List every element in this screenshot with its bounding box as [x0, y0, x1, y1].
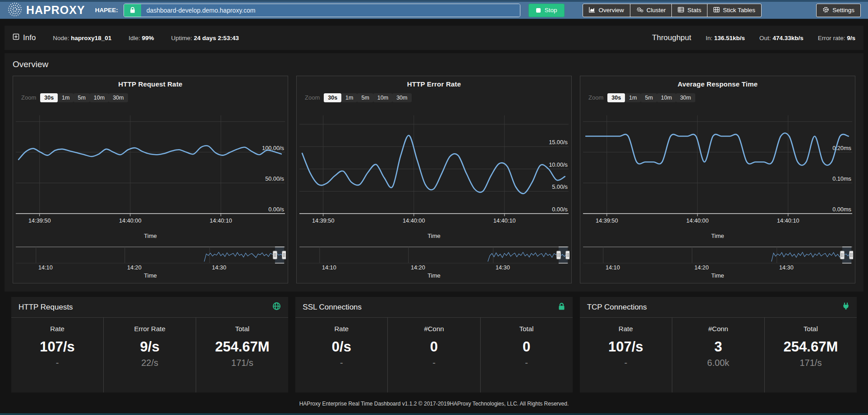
- svg-text:0.00ms: 0.00ms: [832, 206, 851, 213]
- chart-plot-area[interactable]: 0.00/s5.00/s10.00/s15.00/s14:39:5014:40:…: [299, 105, 569, 233]
- svg-text:0.00/s: 0.00/s: [552, 206, 568, 213]
- svg-text:14:39:50: 14:39:50: [596, 218, 618, 224]
- stop-button[interactable]: Stop: [528, 4, 565, 17]
- zoom-row: Zoom 30s1m5m10m30m: [15, 92, 286, 103]
- zoom-1m-button[interactable]: 1m: [58, 93, 73, 102]
- nav-button-group: Overview Cluster Stats Stick Tables: [583, 4, 762, 17]
- throughput-title: Throughput: [652, 33, 691, 42]
- zoom-5m-button[interactable]: 5m: [641, 93, 657, 102]
- svg-text:14:20: 14:20: [127, 265, 142, 271]
- url-input-group: [124, 4, 520, 17]
- zoom-30s-button[interactable]: 30s: [607, 93, 625, 102]
- zoom-1m-button[interactable]: 1m: [341, 93, 357, 102]
- stat-card-title: HTTP Requests: [18, 303, 73, 312]
- x-axis-title: Time: [582, 233, 853, 240]
- stat-col-conn: #Conn 0 -: [387, 318, 480, 392]
- ssl-connections-card: SSL Connections Rate 0/s - #Conn 0 - Tot…: [295, 297, 572, 392]
- chart-plot-area[interactable]: 0.00/s50.00/s100.00/s14:39:5014:40:0014:…: [15, 105, 286, 233]
- zoom-30m-button[interactable]: 30m: [109, 93, 128, 102]
- average-response-time-chart-card: Average Response Time Zoom 30s1m5m10m30m…: [580, 76, 855, 283]
- svg-text:14:20: 14:20: [694, 265, 709, 271]
- info-expand-toggle[interactable]: Info: [13, 33, 36, 42]
- svg-text:14:10: 14:10: [38, 265, 53, 271]
- info-bar: Info Node: haproxy18_01 Idle: 99% Uptime…: [5, 26, 863, 50]
- charts-row: HTTP Request Rate Zoom 30s1m5m10m30m 0.0…: [13, 76, 855, 283]
- nav-button-overview[interactable]: Overview: [583, 4, 630, 17]
- zoom-row: Zoom 30s1m5m10m30m: [582, 92, 853, 103]
- chart-navigator[interactable]: 14:1014:2014:30: [299, 244, 569, 272]
- svg-text:50.00/s: 50.00/s: [265, 176, 284, 182]
- footer-copyright: HAProxy Enterprise Real Time Dashboard v…: [5, 392, 863, 413]
- http-requests-card: HTTP Requests Rate 107/s - Error Rate 9/…: [11, 297, 288, 392]
- zoom-5m-button[interactable]: 5m: [73, 93, 89, 102]
- svg-text:14:30: 14:30: [212, 265, 226, 271]
- svg-text:14:40:10: 14:40:10: [777, 218, 799, 224]
- top-navbar: HAPROXY HAPEE: Stop Overview Cluster: [0, 0, 868, 19]
- svg-text:14:39:50: 14:39:50: [28, 218, 51, 224]
- url-input[interactable]: [141, 4, 520, 17]
- nav-button-stick-tables[interactable]: Stick Tables: [707, 4, 762, 17]
- stat-col-rate: Rate 107/s -: [580, 318, 672, 392]
- area-chart-icon: [589, 7, 595, 14]
- gears-icon: [636, 6, 643, 14]
- table-icon: [678, 7, 684, 14]
- navigator-axis-title: Time: [582, 272, 853, 279]
- stat-card-body: Rate 0/s - #Conn 0 - Total 0 -: [295, 318, 572, 392]
- throughput-in: In: 136.51kb/s: [706, 35, 745, 41]
- globe-icon: [272, 302, 281, 312]
- stat-card-body: Rate 107/s - Error Rate 9/s 22/s Total 2…: [11, 318, 288, 392]
- zoom-label: Zoom: [305, 94, 320, 101]
- stat-card-header: SSL Connections: [295, 297, 572, 318]
- stat-card-title: SSL Connections: [303, 303, 362, 312]
- zoom-buttons: 30s1m5m10m30m: [324, 93, 411, 101]
- section-title: Overview: [13, 59, 855, 69]
- plug-icon: [842, 302, 850, 312]
- zoom-30m-button[interactable]: 30m: [392, 93, 411, 102]
- plus-square-icon: [13, 33, 19, 42]
- zoom-label: Zoom: [588, 94, 603, 101]
- zoom-30m-button[interactable]: 30m: [676, 93, 695, 102]
- svg-text:14:40:00: 14:40:00: [119, 218, 142, 224]
- zoom-5m-button[interactable]: 5m: [357, 93, 373, 102]
- zoom-buttons: 30s1m5m10m30m: [40, 93, 128, 101]
- svg-text:0.10ms: 0.10ms: [832, 176, 851, 182]
- svg-text:14:20: 14:20: [411, 265, 425, 271]
- x-axis-title: Time: [15, 233, 286, 240]
- svg-text:5.00/s: 5.00/s: [552, 184, 568, 191]
- nav-button-stats[interactable]: Stats: [671, 4, 707, 17]
- nav-button-label: Stick Tables: [723, 7, 755, 14]
- zoom-1m-button[interactable]: 1m: [625, 93, 641, 102]
- svg-text:14:40:00: 14:40:00: [686, 218, 709, 224]
- svg-text:14:39:50: 14:39:50: [312, 218, 335, 224]
- brand-name: HAPROXY: [26, 4, 85, 17]
- zoom-10m-button[interactable]: 10m: [657, 93, 676, 102]
- nav-button-cluster[interactable]: Cluster: [630, 4, 672, 17]
- stop-button-label: Stop: [545, 7, 557, 14]
- svg-text:0.00/s: 0.00/s: [268, 206, 284, 213]
- stat-col-conn: #Conn 3 6.00k: [672, 318, 764, 392]
- throughput-group: Throughput In: 136.51kb/s Out: 474.33kb/…: [652, 33, 855, 42]
- settings-button-label: Settings: [832, 7, 854, 14]
- chart-plot-area[interactable]: 0.00ms0.10ms0.20ms14:39:5014:40:0014:40:…: [582, 105, 853, 233]
- zoom-10m-button[interactable]: 10m: [90, 93, 109, 102]
- svg-text:14:30: 14:30: [779, 265, 794, 271]
- chart-navigator[interactable]: 14:1014:2014:30: [582, 244, 853, 272]
- chart-navigator[interactable]: 14:1014:2014:30: [15, 244, 286, 272]
- node-info: Node: haproxy18_01: [53, 35, 111, 41]
- zoom-30s-button[interactable]: 30s: [40, 93, 58, 102]
- zoom-30s-button[interactable]: 30s: [324, 93, 341, 102]
- chart-title: Average Response Time: [582, 80, 853, 88]
- stat-col-total: Total 0 -: [480, 318, 573, 392]
- overview-panel: Overview HTTP Request Rate Zoom 30s1m5m1…: [5, 53, 863, 292]
- settings-button[interactable]: Settings: [816, 4, 861, 17]
- svg-text:14:30: 14:30: [496, 265, 510, 271]
- stats-row: HTTP Requests Rate 107/s - Error Rate 9/…: [11, 297, 857, 392]
- http-request-rate-chart-card: HTTP Request Rate Zoom 30s1m5m10m30m 0.0…: [13, 76, 288, 283]
- zoom-10m-button[interactable]: 10m: [373, 93, 392, 102]
- stat-card-title: TCP Connections: [587, 303, 647, 312]
- grid-icon: [713, 7, 720, 14]
- lock-icon: [124, 4, 141, 17]
- info-left: Info Node: haproxy18_01 Idle: 99% Uptime…: [13, 33, 239, 42]
- info-title-label: Info: [23, 33, 36, 42]
- chart-title: HTTP Request Rate: [15, 80, 286, 88]
